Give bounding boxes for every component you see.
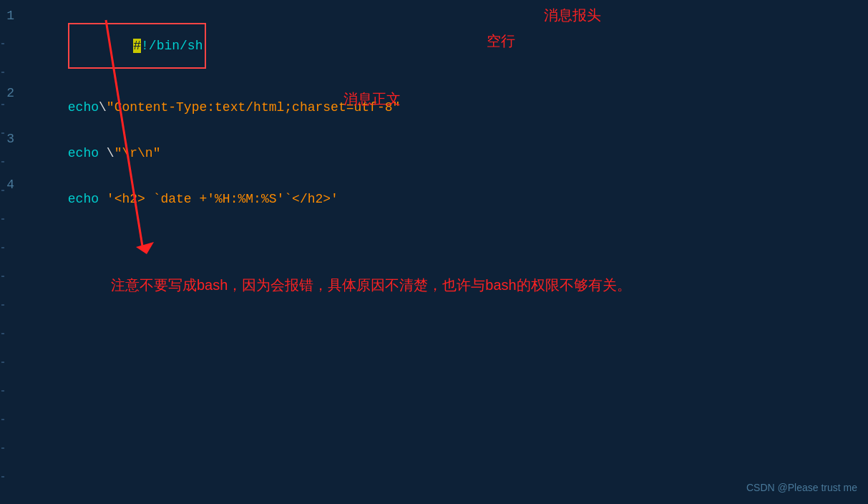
string-4: '<h2> `date +'%H:%M:%S'`</h2>' bbox=[107, 192, 338, 206]
line-number-4: 4 bbox=[0, 178, 21, 192]
note-text: 注意不要写成bash，因为会报错，具体原因不清楚，也许与bash的权限不够有关。 bbox=[111, 276, 631, 295]
shebang-path: !/bin/sh bbox=[141, 39, 203, 53]
editor-area: 1 #!/bin/sh 2 echo\"Content-Type:text/ht… bbox=[0, 0, 868, 504]
line-content-3: echo \"\r\n" bbox=[21, 132, 160, 175]
space-3: \ bbox=[99, 146, 114, 160]
hash-char: # bbox=[133, 39, 141, 53]
watermark: CSDN @Please trust me bbox=[746, 482, 857, 493]
string-3: "\r\n" bbox=[114, 146, 161, 160]
annotation-header: 消息报头 bbox=[544, 6, 601, 25]
line-content-4: echo '<h2> `date +'%H:%M:%S'`</h2>' bbox=[21, 178, 338, 220]
line-content-1: #!/bin/sh bbox=[21, 9, 206, 83]
line-4: 4 echo '<h2> `date +'%H:%M:%S'`</h2>' bbox=[0, 176, 868, 222]
shebang-box: #!/bin/sh bbox=[68, 23, 207, 69]
backslash-2: \ bbox=[99, 100, 107, 115]
annotation-body: 消息正文 bbox=[343, 89, 401, 109]
line-number-2: 2 bbox=[0, 86, 21, 100]
line-2: 2 echo\"Content-Type:text/html;charset=u… bbox=[0, 84, 868, 130]
echo-keyword-4: echo bbox=[68, 192, 99, 206]
space-4 bbox=[99, 192, 107, 206]
line-1: 1 #!/bin/sh bbox=[0, 7, 868, 84]
line-3: 3 echo \"\r\n" bbox=[0, 130, 868, 176]
line-number-1: 1 bbox=[0, 9, 21, 23]
line-number-3: 3 bbox=[0, 132, 21, 146]
echo-keyword-3: echo bbox=[68, 146, 99, 160]
echo-keyword-2: echo bbox=[68, 100, 99, 115]
annotation-blank-line: 空行 bbox=[487, 32, 515, 51]
